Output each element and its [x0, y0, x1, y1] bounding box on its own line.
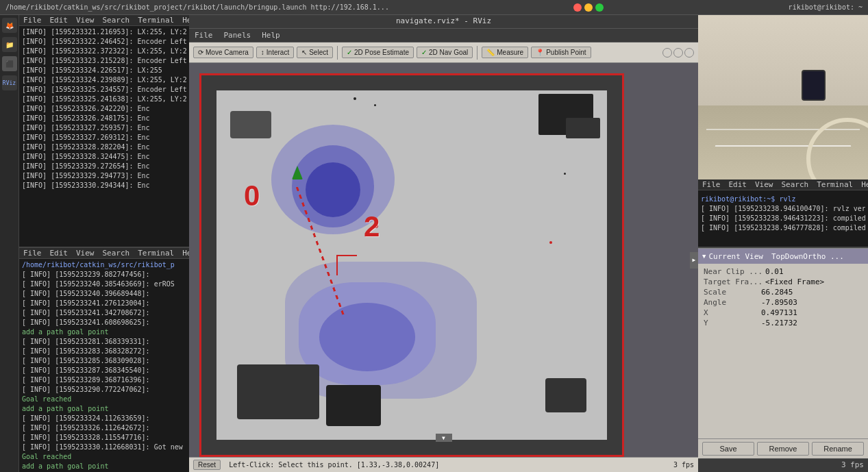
rviz-menu-file[interactable]: File — [195, 31, 213, 40]
top-bar: /home/rikibot/catkin_ws/src/rikibot_proj… — [0, 0, 868, 15]
fps-panel: 3 fps — [698, 458, 868, 472]
pose-label: 2D Pose Estimate — [354, 49, 409, 56]
log-line: [INFO] [1595233324.226517]: LX:255 — [22, 66, 186, 75]
terminal-right-top[interactable]: File Edit View Search Terminal Help riki… — [698, 15, 868, 248]
move-camera-button[interactable]: ⟳ Move Camera — [193, 47, 253, 58]
log-line: [INFO] [1595233329.272654]: Enc — [22, 162, 186, 171]
interact-label: Interact — [266, 49, 289, 56]
robot-marker — [292, 166, 303, 179]
sidebar-firefox-icon[interactable]: 🦊 — [2, 18, 17, 33]
rviz-menubar[interactable]: File Panels Help — [189, 29, 698, 42]
log-line: [ INFO] [1595233285.368309028]: — [22, 356, 186, 366]
right-log-1: [ INFO] [1595233238.946100470]: rvlz ver… — [701, 204, 865, 214]
publish-point-button[interactable]: 📍 Publish Point — [531, 47, 591, 58]
trm-terminal[interactable]: Terminal — [817, 180, 853, 189]
terminal-top-terminal[interactable]: Terminal — [138, 16, 174, 25]
interact-icon: ↕ — [261, 49, 264, 56]
rviz-menu-help[interactable]: Help — [262, 31, 280, 40]
log-line: [ INFO] [1595233241.342708672]: — [22, 308, 186, 318]
select-label: Select — [309, 49, 328, 56]
measure-button[interactable]: 📏 Measure — [482, 47, 528, 58]
terminal-top-search[interactable]: Search — [103, 16, 130, 25]
log-line: [INFO] [1595233325.234557]: Encoder Left… — [22, 85, 186, 95]
right-log-3: [ INFO] [1595233238.946777828]: compiled… — [701, 223, 865, 233]
pose-icon: ✓ — [347, 49, 352, 56]
close-button[interactable] — [573, 3, 582, 12]
interact-button[interactable]: ↕ Interact — [256, 47, 294, 58]
terminal-bottom-view[interactable]: View — [76, 249, 95, 258]
log-line: [INFO] [1595233322.246452]: Encoder Left… — [22, 37, 186, 47]
cv-near-clip: Near Clip ... 0.01 — [704, 266, 863, 277]
pose-estimate-button[interactable]: ✓ 2D Pose Estimate — [342, 47, 414, 58]
terminal-top-view[interactable]: View — [76, 16, 95, 25]
bottom-resize-handle[interactable]: ▼ — [436, 434, 452, 442]
trm-search[interactable]: Search — [782, 180, 809, 189]
terminal-top-edit[interactable]: Edit — [50, 16, 69, 25]
log-line: [ INFO] [1595233240.396689448]: — [22, 289, 186, 299]
rviz-area: navigate.rviz* - RViz File Panels Help ⟳… — [189, 15, 698, 472]
save-button[interactable]: Save — [702, 442, 754, 456]
trm-file[interactable]: File — [702, 180, 721, 189]
terminal-bottom-menubar[interactable]: File Edit View Search Terminal Help — [19, 248, 189, 259]
zoom-in-button[interactable]: + — [662, 48, 672, 58]
log-line: [ INFO] [1595233240.385463669]: erROS — [22, 280, 186, 289]
rename-button[interactable]: Rename — [812, 442, 864, 456]
remove-button[interactable]: Remove — [757, 442, 809, 456]
obstacle-bottom-1 — [237, 364, 319, 419]
log-goal-reached2: Goal reached — [22, 452, 186, 462]
terminal-bottom-help[interactable]: Help — [182, 249, 189, 258]
cv-angle-value: -7.89503 — [761, 298, 797, 307]
terminal-top-content: [INFO] [1595233321.216953]: LX:255, LY:2… — [19, 26, 189, 192]
rviz-statusbar: Reset Left-Click: Select this point. [1.… — [189, 457, 698, 472]
select-button[interactable]: ↖ Select — [297, 47, 333, 58]
log-line: [ INFO] [1595233239.882747456]: — [22, 270, 186, 280]
settings-button[interactable]: ⚙ — [684, 48, 694, 58]
terminal-bottom-search[interactable]: Search — [103, 249, 130, 258]
trm-help[interactable]: Help — [861, 180, 868, 189]
cv-scale-value: 66.2845 — [761, 288, 793, 297]
rviz-viewport[interactable]: 0 2 ▶ ▼ — [189, 63, 698, 457]
terminal-bottom-file[interactable]: File — [23, 249, 42, 258]
expand-arrow-icon[interactable]: ▼ — [702, 253, 706, 260]
rviz-menu-panels[interactable]: Panels — [224, 31, 251, 40]
terminal-bottom-edit[interactable]: Edit — [50, 249, 69, 258]
right-prompt: rikibot@rikibot:~$ rvlz — [701, 195, 865, 204]
sidebar-files-icon[interactable]: 📁 — [2, 37, 17, 52]
terminal-bottom-terminal[interactable]: Terminal — [138, 249, 174, 258]
nav-goal-button[interactable]: ✓ 2D Nav Goal — [417, 47, 473, 58]
terminal-top-menubar[interactable]: File Edit View Search Terminal Help — [19, 15, 189, 26]
terminal-top-file[interactable]: File — [23, 16, 42, 25]
sidebar-terminal-icon[interactable]: ⬛ — [2, 56, 17, 71]
nav-icon: ✓ — [421, 49, 427, 56]
terminal-bottom-content: /home/rikibot/catkin_ws/src/rikibot_p [ … — [19, 259, 189, 472]
scene-robot — [802, 70, 826, 101]
log-line: [INFO] [1595233323.215228]: Encoder Left… — [22, 56, 186, 66]
maximize-button[interactable] — [595, 3, 604, 12]
sidebar-rviz-icon[interactable]: RViz — [2, 75, 17, 90]
reset-button[interactable]: Reset — [193, 460, 221, 470]
terminal-bottom[interactable]: File Edit View Search Terminal Help /hom… — [19, 248, 189, 472]
current-view-body: Near Clip ... 0.01 Target Fra... <Fixed … — [698, 264, 868, 438]
current-view-header: ▼ Current View TopDownOrtho ... — [698, 249, 868, 264]
cv-near-clip-label: Near Clip ... — [704, 267, 762, 276]
terminal-right-menubar[interactable]: File Edit View Search Terminal Help — [698, 179, 868, 190]
log-goal-reached: Goal reached — [22, 395, 186, 404]
right-resize-handle[interactable]: ▶ — [690, 252, 698, 269]
left-panels: File Edit View Search Terminal Help [INF… — [19, 15, 189, 472]
zoom-out-button[interactable]: - — [673, 48, 683, 58]
select-icon: ↖ — [301, 49, 307, 56]
noise-1 — [354, 97, 356, 100]
trm-view[interactable]: View — [755, 180, 773, 189]
map-label-2: 2 — [364, 210, 380, 243]
terminal-top[interactable]: File Edit View Search Terminal Help [INF… — [19, 15, 189, 248]
noise-4 — [564, 173, 566, 175]
minimize-button[interactable] — [584, 3, 593, 12]
trm-edit[interactable]: Edit — [729, 180, 747, 189]
map-label-0: 0 — [244, 179, 260, 212]
cv-scale: Scale 66.2845 — [704, 287, 863, 297]
log-line: [INFO] [1595233327.259357]: Enc — [22, 123, 186, 133]
terminal-top-help[interactable]: Help — [182, 16, 189, 25]
nav-label: 2D Nav Goal — [429, 49, 468, 56]
costmap-6 — [319, 303, 415, 371]
fps-value: 3 fps — [841, 460, 864, 469]
